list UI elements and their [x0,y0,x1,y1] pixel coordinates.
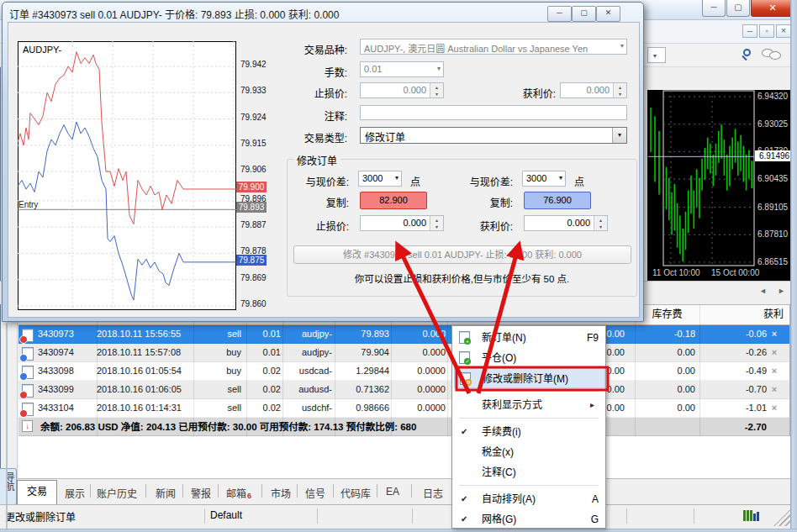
trade-type-select[interactable]: 修改订单 ▾ [360,127,627,144]
tick-chart-symbol: AUDJPY- [23,45,61,55]
scroll-left-icon[interactable]: ◄ [759,287,767,295]
order-cell-profit: -0.26 [710,344,767,362]
order-cell-lots: 0.02 [244,381,281,399]
main-close-button[interactable]: ✕ [751,0,794,17]
close-order-icon[interactable]: × [768,325,781,344]
menu-item[interactable]: ✓平仓(O) [454,348,605,368]
tab-EA[interactable]: EA [386,486,399,498]
close-position-icon: ✓ [459,351,470,364]
close-order-icon[interactable]: × [768,381,781,399]
tab-账户历史[interactable]: 账户历史 [97,486,137,500]
volume-select[interactable]: 0.01▾ [360,61,444,77]
symbol-select[interactable]: AUDJPY-, 澳元日圆 Australian Dollar vs Japan… [360,39,627,55]
main-maximize-button[interactable]: ▢ [726,0,750,17]
zoom-icon[interactable] [742,48,758,63]
dialog-maximize-button[interactable]: ▢ [572,6,596,22]
menu-item[interactable]: 获利显示方式▸ [454,395,605,415]
menu-item[interactable]: +新订单(N)F9 [454,328,605,348]
menu-item[interactable]: ✔手续费(i) [454,422,605,442]
diff-tp-select[interactable]: 3000▾ [522,171,566,187]
diff-sl-select[interactable]: 3000▾ [358,171,402,187]
chat-icon[interactable] [762,48,787,63]
column-separator [282,304,283,436]
close-order-icon[interactable]: × [768,399,781,418]
toolbar-dropdown[interactable]: ▾ [647,47,666,63]
scroll-right-icon[interactable]: ► [778,287,785,295]
signal-bar [753,514,756,521]
order-cell-lots: 0.01 [244,344,281,362]
column-separator [246,304,247,436]
order-cell-type: sell [192,325,241,344]
status-bar [0,504,797,529]
tab-信号[interactable]: 信号 [305,486,325,500]
comment-input[interactable] [360,105,627,120]
modify-tp-field[interactable]: 0.000 ▴▾ [524,215,608,231]
main-minimize-button[interactable]: ─ [702,0,726,17]
dialog-title: 订单 #3430973 sell 0.01 AUDJPY- 于价格: 79.89… [9,7,339,21]
column-header-profit[interactable]: 获利 [699,306,784,324]
price-chart[interactable]: 6.943206.930256.917306.904356.891056.878… [647,90,794,281]
price-scale-label: 6.90435 [757,174,788,183]
order-row[interactable]: 34330992018.10.16 01:06:05sell0.02audusd… [18,381,790,399]
mt4-application: ─ ▢ ✕ ─ ▫ × ▾ 6.943206.930256.917306.904… [0,0,797,532]
menu-item[interactable]: ✔网格(G)G [454,509,605,529]
spinner-buttons[interactable]: ▴▾ [430,83,443,97]
modify-sl-field[interactable]: 0.000 ▴▾ [360,215,444,231]
tab-交易[interactable]: 交易 [17,480,57,504]
order-cell-price: 0.71362 [335,381,389,399]
tab-代码库[interactable]: 代码库 [340,486,371,500]
window-frame-bottom [0,529,797,532]
copy-tp-button[interactable]: 76.900 [524,192,591,209]
order-row[interactable]: 34330982018.10.16 01:05:54buy0.02usdcad-… [18,362,790,381]
order-row[interactable]: 34331042018.10.16 01:14:31sell0.02usdchf… [18,399,790,418]
menu-item-label: 税金(x) [482,442,514,462]
spinner-buttons[interactable]: ▴▾ [594,216,607,230]
signal-bar [750,510,752,521]
chart-minimize-button[interactable]: ─ [742,24,757,38]
spinner-buttons[interactable]: ▴▾ [613,83,626,97]
order-type-icon [22,329,32,340]
tab-separator [377,484,377,498]
menu-item[interactable]: ⚙修改或删除订单(M) [454,368,605,388]
check-icon: ✔ [461,489,472,509]
column-separator [193,304,194,436]
column-header-swap[interactable]: 库存费 [635,306,699,324]
tab-警报[interactable]: 警报 [191,486,211,500]
vertical-tab-navigator[interactable]: 导航 [0,468,17,505]
dialog-close-button[interactable]: ✕ [596,6,620,22]
modify-group-title: 修改订单 [293,153,340,167]
symbol-label: 交易品种: [280,42,347,56]
tab-邮箱[interactable]: 邮箱 [226,486,246,500]
chart-restore-button[interactable]: ▫ [759,24,774,38]
column-separator [635,304,636,436]
takeprofit-field[interactable]: 0.000 ▴▾ [560,82,627,98]
modify-hint: 你可以设置止损和获利价格,但与市价至少有 50 点. [287,271,637,285]
order-row[interactable]: 34309742018.10.11 15:57:08buy0.01audjpy-… [18,344,790,362]
tab-日志[interactable]: 日志 [423,486,443,500]
order-cell-symbol: usdchf- [282,399,332,418]
order-row[interactable]: 34309732018.10.11 15:56:55sell0.01audjpy… [18,325,790,344]
order-cell-time: 2018.10.16 01:05:54 [97,362,193,381]
stoploss-field[interactable]: 0.000 ▴▾ [360,82,444,98]
takeprofit-label: 获利价: [472,86,556,100]
modify-submit-button[interactable]: 修改 #3430973 sell 0.01 AUDJPY- 止损: 0.000 … [293,245,631,264]
close-order-icon[interactable]: × [768,362,781,381]
spinner-buttons[interactable]: ▴▾ [430,216,443,230]
tab-展示[interactable]: 展示 [65,486,85,500]
chevron-down-icon: ▾ [395,174,398,182]
order-cell-profit: -0.70 [710,381,767,399]
menu-item[interactable]: 税金(x) [454,442,605,462]
status-profile[interactable]: Default [210,509,242,521]
menu-item[interactable]: 注释(C) [454,462,605,482]
entry-price-tag: 79.893 [236,202,267,213]
menu-item[interactable]: ✔自动排列(A)A [454,489,605,509]
chart-close-button[interactable]: × [776,24,791,38]
tab-新闻[interactable]: 新闻 [156,486,176,500]
tab-separator [182,484,183,498]
tab-市场[interactable]: 市场 [271,486,291,500]
order-cell-profit: -0.49 [710,362,767,381]
diff-sl-label: 与现价差: [298,174,349,188]
copy-sl-button[interactable]: 82.900 [360,192,427,209]
close-order-icon[interactable]: × [768,344,781,362]
dialog-minimize-button[interactable]: ─ [547,6,572,22]
